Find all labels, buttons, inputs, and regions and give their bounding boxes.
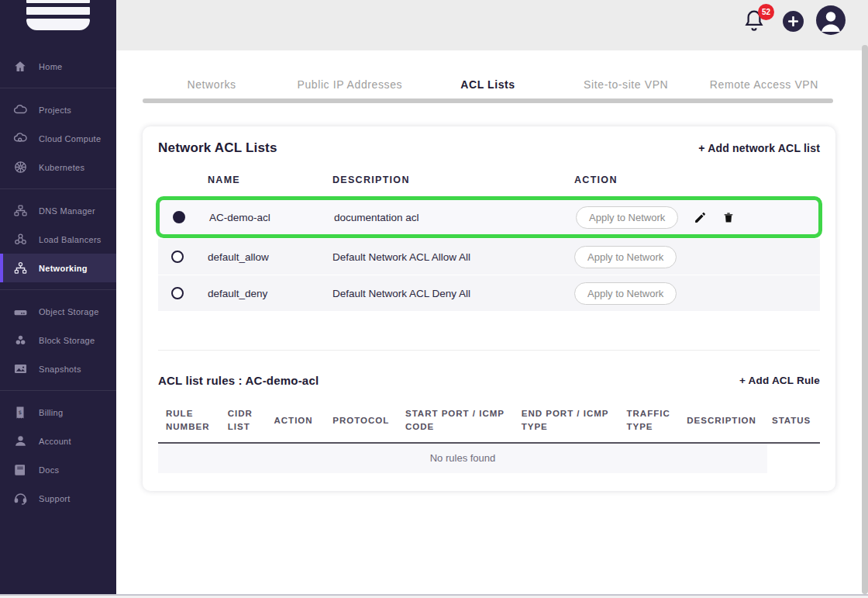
vertical-scrollbar[interactable] bbox=[862, 45, 868, 594]
acl-description: documentation acl bbox=[322, 212, 564, 223]
dns-icon bbox=[12, 203, 28, 219]
networking-icon bbox=[12, 261, 28, 276]
sidebar-item-billing[interactable]: $ Billing bbox=[0, 398, 116, 427]
cloud-compute-icon bbox=[12, 131, 28, 147]
tab-site-to-site-vpn[interactable]: Site-to-site VPN bbox=[557, 74, 695, 97]
radio-selected[interactable] bbox=[173, 211, 185, 223]
tab-public-ip-addresses[interactable]: Public IP Addresses bbox=[281, 74, 418, 97]
column-header-action: ACTION bbox=[274, 414, 322, 427]
add-network-acl-list-button[interactable]: + Add network ACL list bbox=[698, 142, 820, 154]
sidebar-item-label: Account bbox=[39, 437, 71, 446]
radio-unselected[interactable] bbox=[171, 287, 184, 299]
sidebar-item-dns-manager[interactable]: DNS Manager bbox=[0, 196, 116, 225]
block-storage-icon bbox=[12, 333, 28, 348]
tab-underline-track bbox=[143, 99, 833, 103]
sidebar-item-label: Snapshots bbox=[39, 365, 81, 374]
column-header-protocol: PROTOCOL bbox=[332, 414, 394, 427]
table-row-default-deny[interactable]: default_deny Default Network ACL Deny Al… bbox=[158, 275, 820, 311]
notification-badge: 52 bbox=[758, 4, 774, 20]
nav-group-network: DNS Manager Load Balancers Networking bbox=[0, 189, 116, 290]
kubernetes-icon bbox=[12, 160, 28, 175]
column-header-name: NAME bbox=[197, 175, 321, 185]
acl-description: Default Network ACL Allow All bbox=[321, 251, 563, 263]
tab-acl-lists[interactable]: ACL Lists bbox=[418, 74, 556, 97]
column-header-end-port: END PORT / ICMP TYPE bbox=[522, 407, 616, 434]
acl-rules-header: ACL list rules : AC-demo-acl + Add ACL R… bbox=[158, 374, 820, 387]
column-header-cidr-list: CIDR LIST bbox=[228, 407, 264, 434]
nav-group-storage: Object Storage Block Storage Snapshots bbox=[0, 290, 116, 391]
column-header-start-port: START PORT / ICMP CODE bbox=[405, 407, 511, 434]
horizontal-scrollbar[interactable] bbox=[0, 594, 868, 598]
sidebar-item-home[interactable]: Home bbox=[0, 52, 116, 81]
acl-lists-card: Network ACL Lists + Add network ACL list… bbox=[143, 126, 835, 491]
sidebar-item-block-storage[interactable]: Block Storage bbox=[0, 326, 116, 354]
sidebar: Home Projects Cloud Compute Kubernetes bbox=[0, 0, 116, 594]
sidebar-item-label: DNS Manager bbox=[39, 206, 95, 216]
sidebar-item-label: Projects bbox=[39, 105, 71, 115]
rules-table-header: RULE NUMBER CIDR LIST ACTION PROTOCOL ST… bbox=[158, 407, 820, 434]
table-row-ac-demo-acl[interactable]: AC-demo-acl documentation acl Apply to N… bbox=[156, 196, 822, 238]
cloud-icon bbox=[12, 102, 28, 118]
section-divider bbox=[158, 350, 820, 351]
sidebar-item-label: Block Storage bbox=[39, 336, 95, 345]
empty-rules-row: No rules found bbox=[158, 444, 767, 473]
sidebar-item-label: Kubernetes bbox=[39, 163, 84, 172]
sidebar-item-kubernetes[interactable]: Kubernetes bbox=[0, 153, 116, 181]
sidebar-item-support[interactable]: Support bbox=[0, 484, 116, 513]
apply-to-network-button[interactable]: Apply to Network bbox=[574, 246, 677, 268]
user-avatar[interactable] bbox=[816, 5, 846, 35]
page-title: Network ACL Lists bbox=[158, 140, 277, 156]
apply-to-network-button[interactable]: Apply to Network bbox=[576, 206, 678, 229]
tab-networks[interactable]: Networks bbox=[143, 74, 281, 97]
acl-rules-title: ACL list rules : AC-demo-acl bbox=[158, 374, 319, 387]
sidebar-item-label: Cloud Compute bbox=[39, 134, 101, 143]
table-row-default-allow[interactable]: default_allow Default Network ACL Allow … bbox=[158, 239, 820, 275]
main-content: Networks Public IP Addresses ACL Lists S… bbox=[116, 50, 868, 594]
object-storage-icon bbox=[12, 304, 28, 320]
sidebar-item-label: Object Storage bbox=[39, 307, 99, 316]
top-bar: 52 bbox=[116, 0, 868, 50]
acl-name: default_allow bbox=[197, 251, 321, 263]
sidebar-item-load-balancers[interactable]: Load Balancers bbox=[0, 225, 116, 254]
empty-rules-message: No rules found bbox=[430, 452, 496, 464]
radio-unselected[interactable] bbox=[171, 251, 184, 263]
tab-remote-access-vpn[interactable]: Remote Access VPN bbox=[695, 74, 833, 97]
account-icon bbox=[12, 434, 28, 449]
load-balancer-icon bbox=[12, 232, 28, 247]
sidebar-item-object-storage[interactable]: Object Storage bbox=[0, 297, 116, 326]
add-button[interactable] bbox=[783, 11, 804, 32]
column-header-traffic-type: TRAFFIC TYPE bbox=[627, 407, 677, 434]
edit-pencil-icon[interactable] bbox=[694, 211, 707, 224]
acl-name: AC-demo-acl bbox=[198, 212, 322, 223]
logo-bar bbox=[26, 19, 90, 30]
sidebar-item-projects[interactable]: Projects bbox=[0, 95, 116, 124]
sidebar-item-label: Support bbox=[39, 494, 71, 503]
sidebar-item-snapshots[interactable]: Snapshots bbox=[0, 354, 116, 383]
nav-group-compute: Projects Cloud Compute Kubernetes bbox=[0, 88, 116, 189]
support-icon bbox=[12, 491, 28, 506]
nav-group-main: Home bbox=[0, 45, 116, 88]
acl-name: default_deny bbox=[197, 288, 321, 299]
column-header-status: STATUS bbox=[772, 414, 815, 427]
sidebar-item-networking[interactable]: Networking bbox=[0, 254, 116, 282]
column-header-rule-number: RULE NUMBER bbox=[166, 407, 217, 434]
app-logo[interactable] bbox=[26, 0, 90, 34]
sidebar-item-docs[interactable]: Docs bbox=[0, 455, 116, 484]
sidebar-item-label: Home bbox=[39, 62, 63, 71]
delete-trash-icon[interactable] bbox=[722, 211, 735, 224]
add-acl-rule-button[interactable]: + Add ACL Rule bbox=[739, 375, 820, 386]
acl-table-body: AC-demo-acl documentation acl Apply to N… bbox=[158, 196, 820, 311]
acl-lists-header: Network ACL Lists + Add network ACL list bbox=[158, 140, 820, 156]
acl-table-header: NAME DESCRIPTION ACTION bbox=[158, 171, 820, 188]
apply-to-network-button[interactable]: Apply to Network bbox=[574, 282, 677, 305]
column-header-description: DESCRIPTION bbox=[687, 414, 761, 427]
column-header-action: ACTION bbox=[563, 175, 820, 185]
sidebar-item-cloud-compute[interactable]: Cloud Compute bbox=[0, 124, 116, 153]
nav-group-account: $ Billing Account Docs Support bbox=[0, 391, 116, 520]
docs-icon bbox=[12, 462, 28, 478]
sidebar-item-account[interactable]: Account bbox=[0, 427, 116, 455]
logo-bar bbox=[26, 0, 90, 3]
column-header-description: DESCRIPTION bbox=[321, 175, 563, 185]
billing-icon: $ bbox=[12, 405, 28, 420]
tab-bar: Networks Public IP Addresses ACL Lists S… bbox=[143, 74, 833, 97]
